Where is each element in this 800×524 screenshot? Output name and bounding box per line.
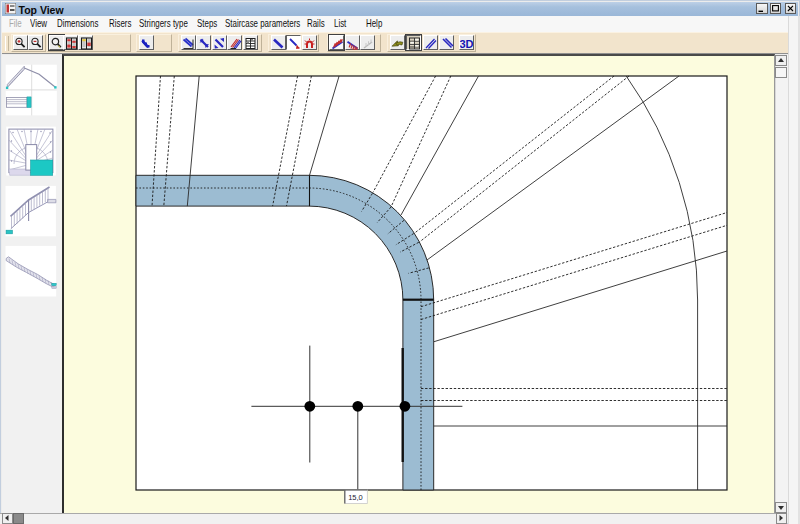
svg-text:15,0: 15,0 (348, 493, 363, 502)
